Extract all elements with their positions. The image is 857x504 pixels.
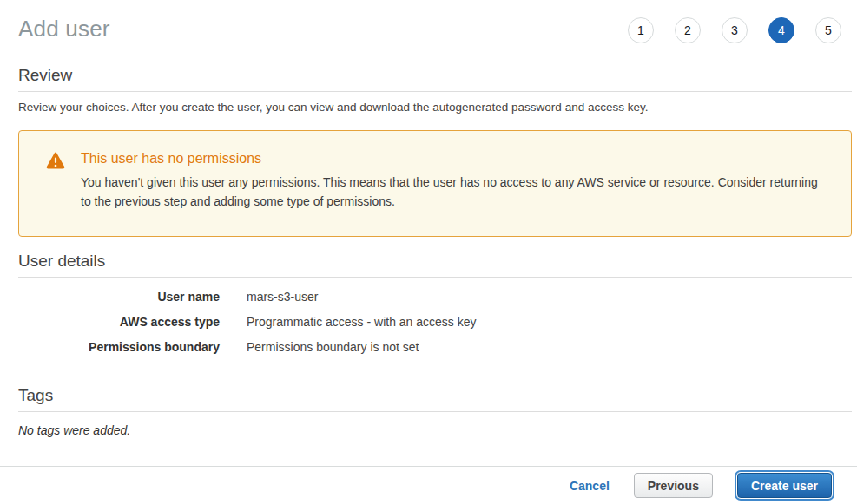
warning-triangle-icon <box>46 152 65 169</box>
step-1[interactable]: 1 <box>628 17 654 43</box>
review-description: Review your choices. After you create th… <box>18 101 852 114</box>
section-divider <box>18 277 852 278</box>
review-section: Review Review your choices. After you cr… <box>18 66 852 237</box>
step-2[interactable]: 2 <box>675 17 701 43</box>
detail-value: mars-s3-user <box>247 290 318 304</box>
create-user-button[interactable]: Create user <box>737 473 832 498</box>
detail-row-permissions-boundary: Permissions boundary Permissions boundar… <box>18 340 852 354</box>
tags-section: Tags No tags were added. <box>18 386 852 437</box>
step-indicator: 1 2 3 4 5 <box>628 14 841 43</box>
step-5[interactable]: 5 <box>815 17 841 43</box>
detail-label: AWS access type <box>18 315 220 329</box>
user-details-rows: User name mars-s3-user AWS access type P… <box>18 290 852 354</box>
warning-text: This user has no permissions You haven't… <box>81 151 824 213</box>
wizard-content: Review Review your choices. After you cr… <box>0 43 857 466</box>
tags-heading: Tags <box>18 386 852 405</box>
add-user-wizard: Add user 1 2 3 4 5 Review Review your ch… <box>0 0 857 504</box>
step-3[interactable]: 3 <box>722 17 748 43</box>
review-heading: Review <box>18 66 852 85</box>
section-divider <box>18 411 852 412</box>
detail-label: Permissions boundary <box>18 340 220 354</box>
page-title: Add user <box>18 14 110 43</box>
no-permissions-warning-banner: This user has no permissions You haven't… <box>18 130 852 237</box>
detail-row-user-name: User name mars-s3-user <box>18 290 852 304</box>
cancel-button[interactable]: Cancel <box>570 479 610 493</box>
wizard-footer: Cancel Previous Create user <box>0 466 857 504</box>
detail-label: User name <box>18 290 220 304</box>
wizard-header: Add user 1 2 3 4 5 <box>0 0 857 43</box>
user-details-heading: User details <box>18 252 852 271</box>
warning-body: You haven't given this user any permissi… <box>81 173 824 211</box>
no-tags-message: No tags were added. <box>18 423 852 437</box>
detail-value: Permissions boundary is not set <box>247 340 419 354</box>
warning-title: This user has no permissions <box>81 151 824 167</box>
previous-button[interactable]: Previous <box>634 473 713 498</box>
step-4-active[interactable]: 4 <box>768 17 794 43</box>
detail-row-access-type: AWS access type Programmatic access - wi… <box>18 315 852 329</box>
detail-value: Programmatic access - with an access key <box>247 315 477 329</box>
section-divider <box>18 91 852 92</box>
user-details-section: User details User name mars-s3-user AWS … <box>18 252 852 354</box>
